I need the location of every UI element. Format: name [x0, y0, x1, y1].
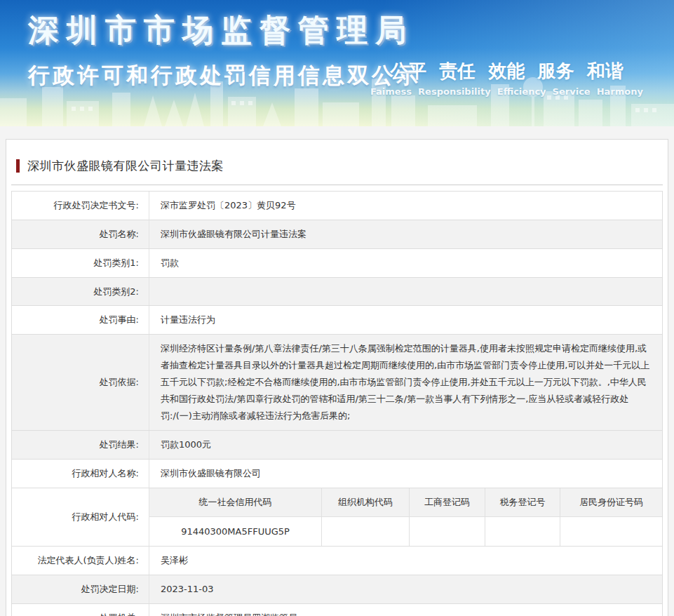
party-code-grid: 统一社会信用代码 组织机构代码 工商登记码 税务登记号 居民身份证号码 9144… [149, 488, 662, 546]
party-code-value [321, 517, 409, 546]
field-value: 深市监罗处罚〔2023〕黄贝92号 [149, 192, 662, 220]
site-title: 深圳市市场监督管理局 [28, 10, 421, 51]
field-label: 处罚事由: [12, 306, 149, 334]
row-penalty-reason: 处罚事由: 计量违法行为 [12, 306, 662, 335]
party-code-col-header: 工商登记码 [409, 488, 485, 517]
field-label: 处罚结果: [12, 431, 149, 459]
field-value: 深圳市市场监督管理局罗湖监管局 [149, 604, 662, 616]
title-accent-bar [16, 159, 20, 173]
field-label: 处罚决定日期: [12, 575, 149, 603]
content-card: 深圳市伙盛眼镜有限公司计量违法案 行政处罚决定书文号: 深市监罗处罚〔2023〕… [6, 139, 668, 616]
field-value [149, 278, 662, 305]
field-label: 行政相对人名称: [12, 460, 149, 488]
field-label: 处罚类别2: [12, 278, 149, 305]
field-label: 行政处罚决定书文号: [12, 192, 149, 220]
penalty-info-table: 行政处罚决定书文号: 深市监罗处罚〔2023〕黄贝92号 处罚名称: 深圳市伙盛… [11, 191, 663, 616]
banner-titles: 深圳市市场监督管理局 行政许可和行政处罚信用信息双公示 [28, 10, 421, 91]
row-party-name: 行政相对人名称: 深圳市伙盛眼镜有限公司 [12, 460, 662, 488]
field-value: 罚款 [149, 249, 662, 277]
row-legal-representative: 法定代表人(负责人)姓名: 吴泽彬 [12, 547, 662, 575]
row-party-code: 行政相对人代码: 统一社会信用代码 组织机构代码 工商登记码 税务登记号 居民身… [12, 488, 662, 547]
case-title: 深圳市伙盛眼镜有限公司计量违法案 [27, 158, 224, 174]
row-penalty-category-1: 处罚类别1: 罚款 [12, 249, 662, 278]
row-penalty-name: 处罚名称: 深圳市伙盛眼镜有限公司计量违法案 [12, 220, 662, 249]
field-label: 法定代表人(负责人)姓名: [12, 547, 149, 575]
page: 深圳市市场监督管理局 行政许可和行政处罚信用信息双公示 公平 责任 效能 服务 … [0, 0, 674, 616]
row-penalty-basis: 处罚依据: 深圳经济特区计量条例/第八章法律责任/第三十八条属强制检定范围的计量… [12, 335, 662, 431]
row-decision-doc-number: 行政处罚决定书文号: 深市监罗处罚〔2023〕黄贝92号 [12, 192, 662, 220]
row-penalty-authority: 处罚机关: 深圳市市场监督管理局罗湖监管局 [12, 604, 662, 616]
row-decision-date: 处罚决定日期: 2023-11-03 [12, 575, 662, 604]
party-code-col-header: 税务登记号 [485, 488, 560, 517]
row-penalty-category-2: 处罚类别2: [12, 278, 662, 306]
field-value: 深圳市伙盛眼镜有限公司 [149, 460, 662, 488]
field-value: 计量违法行为 [149, 306, 662, 334]
field-label: 处罚依据: [12, 335, 149, 430]
field-label: 处罚机关: [12, 604, 149, 616]
case-title-block: 深圳市伙盛眼镜有限公司计量违法案 [11, 158, 663, 174]
site-banner: 深圳市市场监督管理局 行政许可和行政处罚信用信息双公示 公平 责任 效能 服务 … [0, 0, 674, 126]
title-divider [11, 185, 663, 185]
field-label: 处罚类别1: [12, 249, 149, 277]
field-value: 吴泽彬 [149, 547, 662, 575]
site-subtitle: 行政许可和行政处罚信用信息双公示 [28, 61, 421, 91]
field-value: 2023-11-03 [149, 575, 662, 603]
slogan-english: Faimess Responsibility Efficiency Servic… [370, 86, 643, 97]
row-penalty-result: 处罚结果: 罚款1000元 [12, 431, 662, 460]
slogan-chinese: 公平 责任 效能 服务 和谐 [370, 59, 643, 83]
party-code-value: 91440300MA5FFUUG5P [149, 517, 321, 546]
party-code-value [409, 517, 485, 546]
field-value: 深圳市伙盛眼镜有限公司计量违法案 [149, 220, 662, 248]
party-code-value [485, 517, 560, 546]
party-code-col-header: 居民身份证号码 [560, 488, 662, 517]
site-slogan: 公平 责任 效能 服务 和谐 Faimess Responsibility Ef… [370, 59, 643, 97]
field-label: 行政相对人代码: [12, 488, 149, 546]
party-code-value [560, 517, 662, 546]
field-value: 罚款1000元 [149, 431, 662, 459]
field-value: 深圳经济特区计量条例/第八章法律责任/第三十八条属强制检定范围的计量器具,使用者… [149, 335, 662, 430]
field-label: 处罚名称: [12, 220, 149, 248]
party-code-col-header: 统一社会信用代码 [149, 488, 321, 517]
party-code-col-header: 组织机构代码 [321, 488, 409, 517]
